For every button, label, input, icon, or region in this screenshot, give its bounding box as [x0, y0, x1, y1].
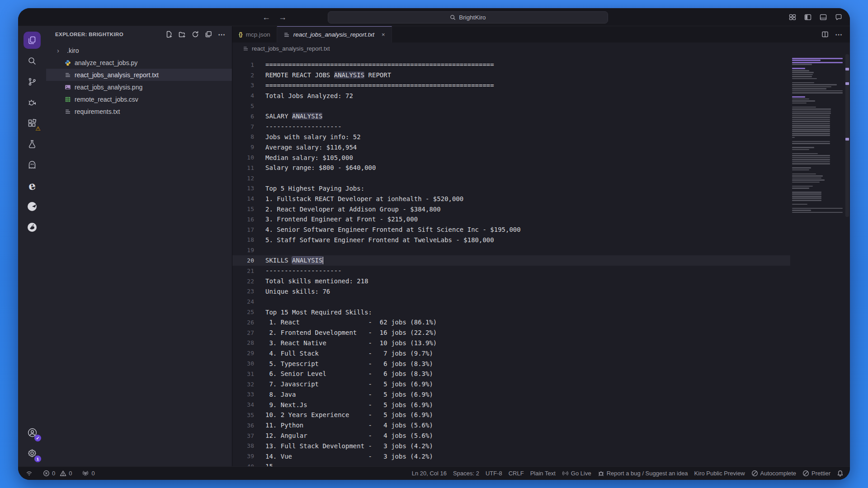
workspace-title: BrightKiro	[459, 14, 486, 21]
editor-line-15: 152. React Developer at Addison Group - …	[232, 204, 850, 214]
customize-layout-icon[interactable]	[788, 13, 797, 21]
report-bug-button[interactable]: Report a bug / Suggest an idea	[594, 467, 691, 480]
activity-settings[interactable]: 1	[22, 443, 42, 464]
language-mode[interactable]: Plain Text	[527, 467, 559, 480]
remote-indicator[interactable]	[25, 467, 36, 480]
pie-logo-icon	[27, 201, 38, 212]
flask-icon	[27, 139, 37, 149]
editor-line-19: 19	[232, 245, 850, 255]
line-number: 3	[232, 82, 254, 89]
prettier-toggle[interactable]: Prettier	[799, 467, 834, 480]
broadcast-tower-icon	[82, 470, 89, 477]
editor-line-11: 11Salary range: $800 - $640,000	[232, 163, 850, 173]
file-item-.kiro[interactable]: ›.kiro	[46, 44, 232, 56]
activity-run-debug[interactable]	[22, 92, 42, 113]
line-number: 1	[232, 61, 254, 68]
tab-close-icon[interactable]: ×	[382, 31, 385, 38]
line-number: 35	[232, 412, 254, 418]
activity-ghost[interactable]	[22, 155, 42, 175]
command-center-search[interactable]: BrightKiro	[328, 11, 608, 23]
cursor-position[interactable]: Ln 20, Col 16	[409, 467, 450, 480]
explorer-title: EXPLORER: BRIGHTKIRO	[55, 32, 123, 37]
editor-line-21: 21--------------------	[232, 266, 850, 276]
editor-line-34: 34 9. Next.Js - 5 jobs (6.9%)	[232, 399, 850, 410]
editor-line-31: 31 6. Senior Level - 6 jobs (8.3%)	[232, 369, 850, 379]
editor-line-17: 174. Senior Software Engineer Frontend a…	[232, 225, 850, 235]
settings-badge: 1	[34, 455, 41, 462]
scrollbar-thumb[interactable]	[845, 54, 849, 217]
line-number: 17	[232, 226, 254, 233]
editor-line-26: 26 1. React - 62 jobs (86.1%)	[232, 317, 850, 328]
chevron-right-icon: ›	[57, 47, 63, 54]
scrollbar[interactable]	[844, 54, 850, 466]
editor-line-39: 3914. Vue - 3 jobs (4.2%)	[232, 451, 850, 461]
debug-icon	[27, 98, 37, 108]
line-number: 16	[232, 216, 254, 223]
line-number: 30	[232, 360, 254, 367]
more-actions-icon[interactable]: ⋯	[218, 30, 226, 39]
new-folder-icon[interactable]	[179, 31, 186, 38]
ports-indicator[interactable]: 0	[79, 467, 98, 480]
line-number: 26	[232, 319, 254, 326]
editor-line-38: 3813. Full Stack Development - 3 jobs (4…	[232, 441, 850, 451]
editor-line-4: 4Total Jobs Analyzed: 72	[232, 90, 850, 101]
tab-bar: {} mcp.json react_jobs_analysis_report.t…	[232, 26, 850, 42]
toggle-sidebar-icon[interactable]	[804, 13, 812, 21]
minimap[interactable]	[790, 54, 844, 466]
line-number: 15	[232, 206, 254, 212]
activity-extension-e[interactable]: e	[22, 175, 42, 196]
notifications-bell[interactable]	[834, 467, 844, 480]
split-editor-icon[interactable]	[821, 31, 829, 38]
disabled-circle-icon	[802, 470, 809, 477]
editor-line-33: 33 8. Java - 5 jobs (6.9%)	[232, 389, 850, 400]
nav-back-icon[interactable]: ←	[262, 13, 270, 22]
line-number: 33	[232, 391, 254, 398]
nav-forward-icon[interactable]: →	[278, 13, 287, 22]
activity-accounts[interactable]: ✓	[22, 422, 42, 443]
encoding[interactable]: UTF-8	[482, 467, 505, 480]
activity-search[interactable]	[22, 51, 42, 71]
editor-line-30: 30 5. Typescript - 6 jobs (8.3%)	[232, 358, 850, 369]
line-number: 10	[232, 154, 254, 161]
line-number: 11	[232, 164, 254, 171]
chat-icon[interactable]	[835, 13, 843, 21]
git-branch-icon	[27, 77, 37, 87]
csv-file-icon	[64, 96, 71, 103]
kiro-preview-label[interactable]: Kiro Public Preview	[691, 467, 748, 480]
activity-extension-pie[interactable]	[22, 196, 42, 217]
activity-source-control[interactable]	[22, 71, 42, 92]
text-file-icon	[64, 108, 71, 115]
problems-indicator[interactable]: 0 0	[40, 467, 75, 480]
file-item-requirements.txt[interactable]: requirements.txt	[46, 105, 232, 117]
activity-testing[interactable]	[22, 134, 42, 155]
new-file-icon[interactable]	[165, 31, 173, 38]
line-number: 19	[232, 247, 254, 253]
activity-explorer[interactable]	[22, 30, 42, 51]
editor-line-35: 3510. 2 Years Experience - 5 jobs (6.9%)	[232, 410, 850, 420]
refresh-icon[interactable]	[192, 31, 199, 38]
editor-line-22: 22Total skills mentioned: 218	[232, 276, 850, 286]
line-number: 40	[232, 463, 254, 466]
editor-more-actions-icon[interactable]: ⋯	[835, 30, 843, 39]
collapse-folders-icon[interactable]	[205, 31, 212, 38]
go-live-button[interactable]: Go Live	[559, 467, 594, 480]
line-number: 39	[232, 453, 254, 460]
file-item-remote_react_jobs.csv[interactable]: remote_react_jobs.csv	[46, 93, 232, 105]
tab-mcp-json[interactable]: {} mcp.json	[232, 26, 277, 42]
toggle-panel-icon[interactable]	[819, 13, 827, 21]
file-item-react_jobs_analysis.png[interactable]: react_jobs_analysis.png	[46, 81, 232, 93]
activity-extension-rabbit[interactable]	[22, 217, 42, 238]
text-editor[interactable]: 1=======================================…	[232, 54, 850, 466]
tab-report-txt[interactable]: react_jobs_analysis_report.txt ×	[277, 26, 392, 42]
indentation[interactable]: Spaces: 2	[450, 467, 482, 480]
eol-sequence[interactable]: CRLF	[505, 467, 527, 480]
line-number: 34	[232, 401, 254, 408]
status-bar: 0 0 0 Ln 20, Col 16 Spaces: 2 UTF-8 CRLF…	[18, 466, 850, 480]
activity-bar: ⚠ e ✓ 1	[18, 26, 46, 466]
file-item-react_jobs_analysis_report.txt[interactable]: react_jobs_analysis_report.txt	[46, 69, 232, 81]
file-item-analyze_react_jobs.py[interactable]: analyze_react_jobs.py	[46, 56, 232, 69]
breadcrumb[interactable]: react_jobs_analysis_report.txt	[232, 42, 850, 54]
line-number: 38	[232, 442, 254, 449]
activity-extensions[interactable]: ⚠	[22, 113, 42, 134]
autocomplete-toggle[interactable]: Autocomplete	[748, 467, 800, 480]
